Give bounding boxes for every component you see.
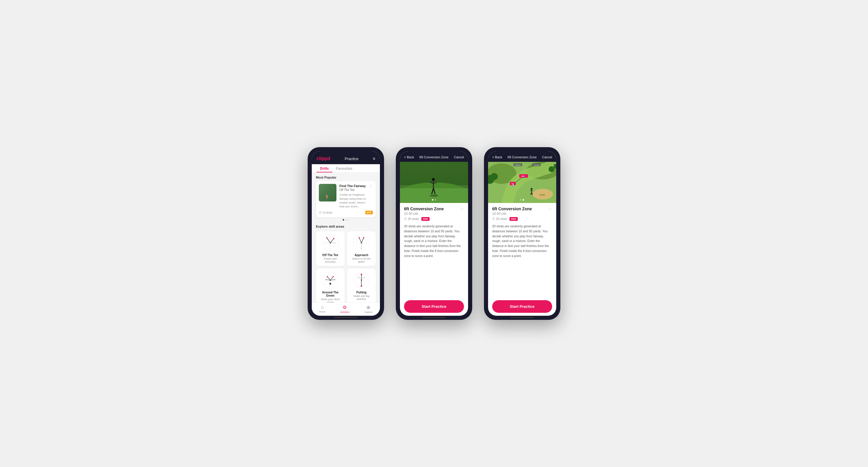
detail-header-3: < Back 6ft Conversion Zone Cancel (488, 151, 556, 162)
detail-header-title-3: 6ft Conversion Zone (507, 155, 536, 159)
skill-name-atg: Around The Green (319, 291, 342, 297)
svg-line-7 (330, 238, 334, 243)
detail-header-2: < Back 6ft Conversion Zone Cancel (400, 151, 468, 162)
skill-card-ott[interactable]: Off The Tee Power and accuracy (316, 231, 345, 266)
skill-name-ott: Off The Tee (322, 254, 338, 257)
skill-name-putting: Putting (356, 291, 366, 294)
skill-card-approach[interactable]: Approach Dial-in to hit the green (347, 231, 376, 266)
svg-point-56 (549, 166, 555, 172)
svg-point-37 (364, 277, 365, 278)
tab-drills[interactable]: Drills (316, 164, 332, 172)
ott-icon (321, 234, 339, 252)
svg-point-34 (361, 274, 362, 275)
drill-favourite-icon-2[interactable]: ☆ (460, 206, 464, 211)
dot-1 (343, 219, 344, 221)
phone-screen: clippd Practice ≡ Drills Favourites Most… (312, 151, 380, 316)
home-bar-3 (510, 317, 534, 318)
svg-point-36 (358, 277, 359, 278)
svg-line-16 (362, 238, 364, 243)
img-dot-2 (435, 199, 436, 201)
svg-line-6 (327, 238, 330, 243)
detail-header-title-2: 6ft Conversion Zone (419, 155, 448, 159)
start-practice-button-3[interactable]: Start Practice (492, 300, 552, 313)
svg-point-42 (432, 178, 435, 181)
tab-favourites[interactable]: Favourites (332, 164, 356, 172)
dot-3 (348, 219, 349, 221)
img-dot-3-1 (520, 199, 522, 201)
svg-point-48 (430, 194, 438, 197)
nav-capture[interactable]: ⊕ Capture (364, 305, 372, 313)
featured-drill-subtitle: Off The Tee (339, 188, 366, 192)
featured-card-inner: Find The Fairway Off The Tee Create an i… (319, 184, 373, 208)
dot-2 (345, 219, 347, 221)
drill-title-2: 6ft Conversion Zone (404, 206, 444, 211)
svg-rect-39 (400, 162, 468, 185)
svg-point-25 (327, 276, 328, 277)
skill-grid: Off The Tee Power and accuracy (312, 230, 380, 302)
ott-tag: OTT (365, 210, 373, 214)
approach-icon (352, 234, 370, 252)
svg-point-35 (361, 286, 362, 287)
scroll-content: Most Popular Find The Fairway Off The Te… (312, 173, 380, 302)
skill-desc-atg: Hone your short game (319, 298, 342, 302)
svg-line-15 (359, 238, 362, 243)
start-practice-button-2[interactable]: Start Practice (404, 300, 464, 313)
nav-activities[interactable]: ⚙ Activities (340, 305, 350, 313)
phone-1: clippd Practice ≡ Drills Favourites Most… (308, 147, 384, 320)
hamburger-icon[interactable]: ≡ (373, 156, 375, 161)
app-logo: clippd (316, 156, 330, 161)
putting-icon (352, 271, 370, 289)
skill-card-putting[interactable]: Putting Make and lag practice (347, 268, 376, 302)
shots-count-3: ⏱ 20 shots (492, 218, 507, 221)
image-dots-3 (488, 197, 556, 202)
back-button-2[interactable]: < Back (404, 155, 414, 159)
drill-favourite-icon-3[interactable]: ☆ (548, 206, 552, 211)
phone-screen-2: < Back 6ft Conversion Zone Cancel (400, 151, 468, 316)
featured-thumb (319, 184, 336, 201)
drill-description-3: 20 shots are randomly generated at dista… (492, 224, 552, 259)
drill-title-row-2: 6ft Conversion Zone ☆ (404, 206, 464, 211)
skill-card-atg[interactable]: Around The Green Hone your short game (316, 268, 345, 302)
cancel-button-3[interactable]: Cancel (542, 155, 552, 159)
svg-point-63 (531, 188, 532, 190)
phone-screen-3: < Back 6ft Conversion Zone Cancel (488, 151, 556, 316)
drill-map: SAND Miss Hit (488, 162, 556, 203)
header-title: Practice (345, 157, 359, 161)
home-bar (334, 317, 358, 318)
svg-text:SAND: SAND (539, 194, 545, 196)
svg-point-19 (363, 237, 364, 238)
img-dot-1 (432, 199, 433, 201)
shots-count-2: ⏱ 20 shots (404, 218, 419, 221)
svg-point-28 (334, 279, 335, 280)
drill-shots-row-2: ⏱ 20 shots ARG (404, 217, 464, 221)
featured-card-footer: ⏱ 10 shots OTT (319, 210, 373, 214)
drill-range-2: 10-50 yds (404, 212, 464, 215)
nav-capture-label: Capture (364, 311, 372, 313)
clock-icon: ⏱ (319, 211, 321, 214)
drill-content-2: 6ft Conversion Zone ☆ 10-50 yds ⏱ 20 sho… (400, 203, 468, 298)
drill-photo (400, 162, 468, 203)
phone-3: < Back 6ft Conversion Zone Cancel (484, 147, 560, 320)
clock-icon-3: ⏱ (492, 218, 495, 221)
phone-2: < Back 6ft Conversion Zone Cancel (396, 147, 472, 320)
svg-point-62 (513, 185, 514, 186)
svg-point-55 (491, 173, 498, 180)
svg-point-29 (330, 283, 331, 285)
drill-content-3: 6ft Conversion Zone ☆ 10-50 yds ⏱ 20 sho… (488, 203, 556, 298)
svg-text:FAIRWAY: FAIRWAY (515, 164, 521, 166)
drill-range-3: 10-50 yds (492, 212, 552, 215)
back-button-3[interactable]: < Back (492, 155, 502, 159)
svg-point-27 (325, 279, 327, 280)
drill-shots-row-3: ⏱ 20 shots ARG (492, 217, 552, 221)
phone-notch-2 (422, 149, 446, 151)
favourite-star-icon[interactable]: ☆ (369, 184, 373, 189)
carousel-dots (312, 218, 380, 222)
image-dots-2 (400, 197, 468, 202)
featured-drill-card[interactable]: Find The Fairway Off The Tee Create an i… (316, 181, 376, 218)
atg-icon (321, 271, 339, 289)
nav-activities-label: Activities (340, 311, 350, 313)
nav-home-label: Home (319, 310, 325, 313)
cancel-button-2[interactable]: Cancel (454, 155, 464, 159)
skill-desc-ott: Power and accuracy (319, 257, 342, 263)
nav-home[interactable]: ⌂ Home (319, 305, 325, 313)
